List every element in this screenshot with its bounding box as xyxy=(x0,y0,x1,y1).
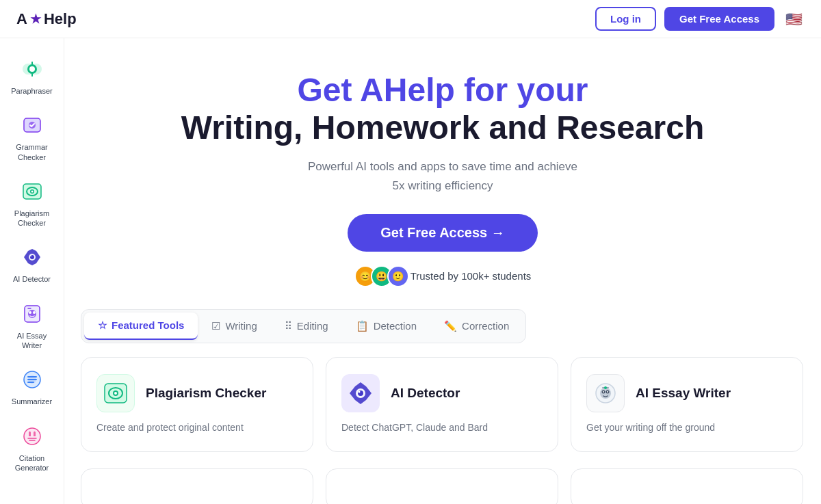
sidebar-item-plagiarism-checker[interactable]: Plagiarism Checker xyxy=(5,172,58,235)
sidebar-item-grammar-checker[interactable]: Grammar Checker xyxy=(5,105,58,169)
paraphraser-icon xyxy=(19,56,45,82)
card-header: AI Detector xyxy=(341,374,543,412)
sidebar-item-paraphraser[interactable]: Paraphraser xyxy=(5,49,58,103)
summarizer-icon xyxy=(19,367,45,393)
sidebar-item-ai-detector[interactable]: AI Detector xyxy=(5,237,58,291)
main-content: Get AHelp for your Writing, Homework and… xyxy=(64,38,821,504)
citation-generator-label: Citation Generator xyxy=(10,453,54,473)
paraphraser-label: Paraphraser xyxy=(11,86,53,96)
card-ai-detector-desc: Detect ChatGPT, Claude and Bard xyxy=(341,421,543,435)
plagiarism-icon xyxy=(19,178,45,204)
tabs-container: ☆ Featured Tools ☑ Writing ⠿ Editing 📋 D… xyxy=(64,309,821,343)
login-button[interactable]: Log in xyxy=(595,7,656,31)
tab-correction[interactable]: ✏️ Correction xyxy=(430,313,523,340)
layout: Paraphraser Grammar Checker xyxy=(0,38,821,504)
svg-point-14 xyxy=(29,311,31,314)
tab-detection[interactable]: 📋 Detection xyxy=(342,313,430,340)
writing-icon: ☑ xyxy=(211,320,220,332)
logo[interactable]: A★Help xyxy=(16,10,77,28)
logo-text: Help xyxy=(44,10,77,28)
header-actions: Log in Get Free Access 🇺🇸 xyxy=(595,7,805,31)
cards-row-2 xyxy=(64,468,821,504)
cards-row-1: Plagiarism Checker Create and protect or… xyxy=(64,357,821,468)
card-preview-1[interactable] xyxy=(81,468,313,504)
tab-editing-label: Editing xyxy=(297,320,328,332)
svg-point-2 xyxy=(29,66,35,72)
svg-point-11 xyxy=(30,255,31,256)
language-selector[interactable]: 🇺🇸 xyxy=(783,8,805,30)
card-header: AI Essay Writer xyxy=(586,374,787,412)
svg-point-15 xyxy=(33,311,36,314)
hero-title-line1: Get AHelp for your xyxy=(92,71,794,109)
card-preview-2[interactable] xyxy=(326,468,558,504)
essay-icon xyxy=(19,301,45,327)
card-ai-essay-writer[interactable]: AI Essay Writer Get your writing off the… xyxy=(571,357,803,452)
card-icon-essay-writer xyxy=(586,374,625,412)
editing-icon: ⠿ xyxy=(285,320,292,332)
ai-detector-label: AI Detector xyxy=(13,274,51,284)
svg-point-31 xyxy=(359,390,361,393)
card-plagiarism-desc: Create and protect original content xyxy=(96,421,298,435)
plagiarism-checker-label: Plagiarism Checker xyxy=(10,209,54,228)
svg-point-21 xyxy=(28,375,36,384)
get-free-access-button-hero[interactable]: Get Free Access → xyxy=(348,214,538,252)
avatar: 🙂 xyxy=(387,265,409,287)
card-header: Plagiarism Checker xyxy=(96,374,298,412)
tab-featured-label: Featured Tools xyxy=(112,319,184,331)
card-ai-detector-title: AI Detector xyxy=(391,386,460,401)
card-ai-essay-writer-title: AI Essay Writer xyxy=(636,386,731,401)
ai-essay-writer-label: AI Essay Writer xyxy=(10,331,54,351)
tab-writing-label: Writing xyxy=(225,320,257,332)
avatar-group: 😊 😃 🙂 xyxy=(354,265,404,287)
sidebar-item-citation-generator[interactable]: Citation Generator xyxy=(5,416,58,480)
summarizer-label: Summarizer xyxy=(12,397,52,406)
tabs: ☆ Featured Tools ☑ Writing ⠿ Editing 📋 D… xyxy=(81,309,526,343)
featured-tools-icon: ☆ xyxy=(98,319,107,332)
logo-a: A xyxy=(16,10,27,28)
correction-icon: ✏️ xyxy=(444,320,457,332)
card-icon-ai-detector xyxy=(341,374,380,412)
svg-point-37 xyxy=(607,391,608,393)
grammar-checker-label: Grammar Checker xyxy=(10,142,54,162)
svg-point-22 xyxy=(24,428,40,445)
tab-detection-label: Detection xyxy=(374,320,417,332)
trusted-section: 😊 😃 🙂 Trusted by 100k+ students xyxy=(92,265,794,287)
svg-point-36 xyxy=(603,391,604,393)
get-free-access-button-header[interactable]: Get Free Access xyxy=(664,7,774,31)
svg-point-8 xyxy=(31,190,33,192)
sidebar: Paraphraser Grammar Checker xyxy=(0,38,64,504)
citation-icon xyxy=(19,423,45,449)
card-ai-essay-writer-desc: Get your writing off the ground xyxy=(586,421,787,435)
grammar-icon xyxy=(19,112,45,138)
card-plagiarism-title: Plagiarism Checker xyxy=(146,386,266,401)
card-ai-detector[interactable]: AI Detector Detect ChatGPT, Claude and B… xyxy=(326,357,558,452)
header: A★Help Log in Get Free Access 🇺🇸 xyxy=(0,0,821,38)
ai-detector-icon xyxy=(19,244,45,270)
tab-editing[interactable]: ⠿ Editing xyxy=(271,313,342,340)
card-plagiarism-checker[interactable]: Plagiarism Checker Create and protect or… xyxy=(81,357,313,452)
svg-point-39 xyxy=(604,386,607,389)
hero-subtitle: Powerful AI tools and apps to save time … xyxy=(92,157,794,194)
tab-featured-tools[interactable]: ☆ Featured Tools xyxy=(84,313,198,340)
logo-star: ★ xyxy=(30,12,41,27)
tab-correction-label: Correction xyxy=(462,320,509,332)
hero-section: Get AHelp for your Writing, Homework and… xyxy=(64,38,821,309)
card-icon-plagiarism xyxy=(96,374,135,412)
trusted-text: Trusted by 100k+ students xyxy=(410,270,532,282)
sidebar-item-ai-essay-writer[interactable]: AI Essay Writer xyxy=(5,294,58,358)
tab-writing[interactable]: ☑ Writing xyxy=(198,313,270,340)
sidebar-item-summarizer[interactable]: Summarizer xyxy=(5,360,58,413)
hero-title-line2: Writing, Homework and Research xyxy=(92,109,794,146)
detection-icon: 📋 xyxy=(356,320,369,332)
card-preview-3[interactable] xyxy=(571,468,803,504)
svg-point-28 xyxy=(114,392,117,395)
